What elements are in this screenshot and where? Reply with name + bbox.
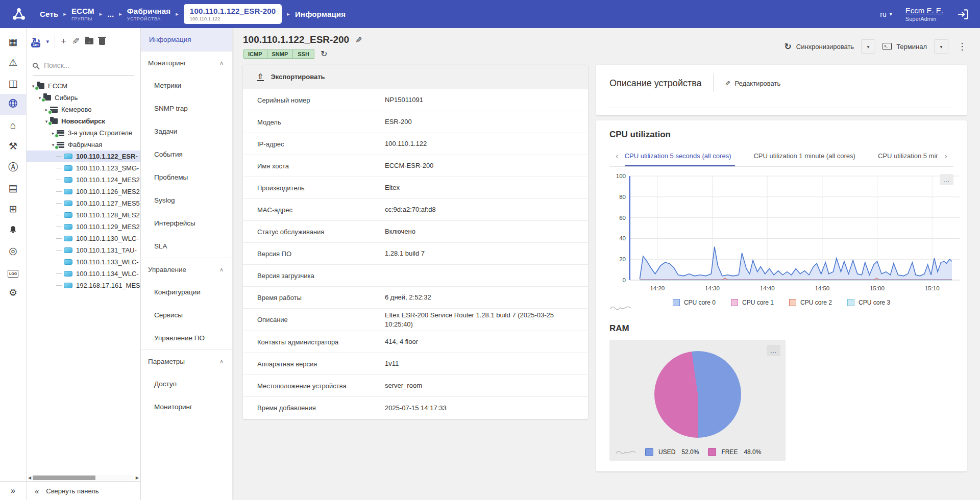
rail-item-map[interactable]: ◫ — [0, 73, 26, 94]
delete-button[interactable] — [99, 38, 105, 45]
menu-item-мониторинг[interactable]: Мониторинг — [141, 395, 232, 418]
menu-item-доступ[interactable]: Доступ — [141, 372, 232, 395]
edit-group-button[interactable]: ✎ — [72, 37, 80, 46]
breadcrumb-item-сеть[interactable]: Сеть — [40, 10, 58, 18]
tree-device-100-110-1-122-esr[interactable]: 100.110.1.122_ESR- — [27, 151, 140, 162]
breadcrumb-separator-icon: ▸ — [287, 11, 290, 17]
user-menu[interactable]: Eccm E. E. SuperAdmin — [905, 6, 943, 22]
more-options-icon[interactable]: ⋮ — [958, 41, 967, 52]
tree-group-ессм[interactable]: ▾ЕССМ — [27, 80, 140, 92]
device-icon — [64, 259, 72, 265]
export-button[interactable]: ⇧ Экспортировать — [243, 65, 588, 89]
legend-item-cpu-core-0[interactable]: CPU core 0 — [673, 299, 716, 306]
tree-device-100-110-1-127-mes5[interactable]: 100.110.1.127_MES5 — [27, 197, 140, 209]
info-value: 2025-07-15 14:17:33 — [385, 404, 447, 413]
tab-cpu-2[interactable]: CPU utilization 5 minutes (all cores) — [878, 146, 938, 166]
menu-item-задачи[interactable]: Задачи — [141, 120, 232, 143]
rail-item-power[interactable]: ◎ — [0, 240, 26, 261]
sync-button[interactable]: ↻ Синхронизировать — [782, 41, 856, 52]
rail-item-alarms[interactable]: ⚠ — [0, 52, 26, 73]
refresh-interval-dropdown[interactable]: ▾ — [46, 38, 50, 45]
terminal-button[interactable]: >_ Терминал — [880, 43, 929, 51]
chart-type-toggle-icon[interactable] — [609, 303, 632, 313]
tree-group-кемерово[interactable]: ▸Кемерово — [27, 104, 140, 115]
legend-label-used: USED — [658, 448, 675, 456]
menu-item-конфигурации[interactable]: Конфигурации — [141, 281, 232, 304]
tree-group-фабричная[interactable]: ▾Фабричная — [27, 139, 140, 151]
tree-device-100-110-1-124-mes2[interactable]: 100.110.1.124_MES2 — [27, 174, 140, 186]
scrollbar-thumb[interactable] — [33, 476, 95, 480]
tree-device-100-110-1-131-tau[interactable]: 100.110.1.131_TAU- — [27, 244, 140, 256]
legend-item-cpu-core-3[interactable]: CPU core 3 — [847, 299, 890, 306]
chart-type-toggle-icon[interactable] — [616, 447, 636, 457]
tree-group-сибирь[interactable]: ▾Сибирь — [27, 92, 140, 104]
legend-item-cpu-core-1[interactable]: CPU core 1 — [731, 299, 774, 306]
tab-cpu-1[interactable]: CPU utilization 1 minute (all cores) — [753, 146, 855, 166]
rail-item-network[interactable] — [0, 94, 26, 115]
menu-item-события[interactable]: События — [141, 143, 232, 166]
rail-item-tasks[interactable]: ▤ — [0, 178, 26, 198]
sync-dropdown-button[interactable]: ▾ — [861, 39, 875, 54]
menu-section-параметры[interactable]: Параметры∧ — [141, 349, 232, 372]
add-group-button[interactable]: + — [61, 37, 66, 46]
tree-device-100-110-1-133-wlc[interactable]: 100.110.1.133_WLC- — [27, 256, 140, 268]
move-to-group-button[interactable] — [85, 38, 93, 44]
menu-item-информация[interactable]: Информация — [141, 28, 232, 51]
tree-device-100-110-1-126-mes2[interactable]: 100.110.1.126_MES2 — [27, 186, 140, 197]
rail-item-tools[interactable]: ⚒ — [0, 136, 26, 157]
refresh-status-icon[interactable]: ↻ — [321, 49, 327, 59]
menu-section-управление[interactable]: Управление∧ — [141, 258, 232, 281]
tree-device-100-110-1-123-smg[interactable]: 100.110.1.123_SMG- — [27, 162, 140, 174]
breadcrumb-item-информация[interactable]: Информация — [295, 10, 346, 18]
rail-item-settings[interactable]: ⚙ — [0, 282, 26, 303]
collapse-panel-button[interactable]: « Свернуть панель — [27, 481, 140, 500]
tree-horizontal-scrollbar[interactable]: ◀ ▶ — [27, 474, 140, 481]
rail-item-logs[interactable]: LOG — [0, 261, 26, 282]
breadcrumb-item-ессм[interactable]: ЕССМГРУППЫ — [71, 7, 94, 21]
logout-icon[interactable] — [957, 8, 970, 21]
edit-title-icon[interactable]: ✎ — [355, 35, 362, 45]
tabs-scroll-left-icon[interactable]: ‹ — [609, 151, 625, 161]
menu-item-интерфейсы[interactable]: Интерфейсы — [141, 212, 232, 235]
tree-connector — [56, 203, 62, 204]
edit-description-label: Редактировать — [734, 80, 780, 87]
tree-group-3-я-улица-строителе[interactable]: ▸3-я улица Строителе — [27, 127, 140, 139]
tree-device-100-110-1-128-mes2[interactable]: 100.110.1.128_MES2 — [27, 209, 140, 221]
menu-item-syslog[interactable]: Syslog — [141, 189, 232, 212]
tree-group-новосибирск[interactable]: ▾Новосибирск — [27, 115, 140, 127]
scroll-right-icon[interactable]: ▶ — [136, 476, 139, 480]
tree-node-label: 100.110.1.124_MES2 — [76, 176, 140, 184]
scroll-left-icon[interactable]: ◀ — [28, 476, 31, 480]
app-logo-icon[interactable] — [10, 6, 28, 23]
tree-device-100-110-1-130-wlc[interactable]: 100.110.1.130_WLC- — [27, 233, 140, 244]
rail-item-calendar[interactable]: ⊞ — [0, 198, 26, 219]
search-input[interactable] — [44, 61, 120, 69]
menu-item-метрики[interactable]: Метрики — [141, 74, 232, 97]
rail-item-dashboard[interactable]: ▦ — [0, 31, 26, 52]
ram-chart-menu-icon[interactable]: … — [767, 345, 780, 356]
legend-item-cpu-core-2[interactable]: CPU core 2 — [789, 299, 832, 306]
expand-panel-button[interactable]: » — [0, 481, 26, 500]
menu-item-проблемы[interactable]: Проблемы — [141, 166, 232, 189]
language-select[interactable]: ru ▾ — [880, 10, 892, 18]
tree-device-100-110-1-134-wlc[interactable]: 100.110.1.134_WLC- — [27, 268, 140, 280]
cpu-chart-menu-icon[interactable]: … — [940, 174, 953, 185]
breadcrumb-item-[interactable]: ... — [107, 10, 114, 18]
menu-section-мониторинг[interactable]: Мониторинг∧ — [141, 51, 232, 74]
auto-refresh-icon[interactable]: ↻1m — [32, 36, 41, 47]
tab-cpu-0[interactable]: CPU utilization 5 seconds (all cores) — [625, 146, 731, 166]
terminal-dropdown-button[interactable]: ▾ — [934, 39, 948, 54]
rail-item-devices[interactable]: ⌂ — [0, 115, 26, 136]
tree-device-192-168-17-161-mes[interactable]: 192.168.17.161_MES — [27, 280, 140, 291]
rail-item-notifications[interactable] — [0, 219, 26, 240]
menu-item-сервисы[interactable]: Сервисы — [141, 304, 232, 327]
tree-device-100-110-1-129-mes2[interactable]: 100.110.1.129_MES2 — [27, 221, 140, 233]
edit-description-button[interactable]: ✎ Редактировать — [725, 80, 781, 87]
menu-item-sla[interactable]: SLA — [141, 235, 232, 258]
menu-item-snmp-trap[interactable]: SNMP trap — [141, 97, 232, 120]
rail-item-automation[interactable]: Ⓐ — [0, 157, 26, 178]
breadcrumb-item-фабричная[interactable]: ФабричнаяУСТРОЙСТВА — [127, 7, 170, 21]
tabs-scroll-right-icon[interactable]: › — [938, 151, 953, 161]
breadcrumb-item-100-110-1-122-esr-200[interactable]: 100.110.1.122_ESR-200100.110.1.122 — [184, 4, 282, 24]
menu-item-управление-по[interactable]: Управление ПО — [141, 327, 232, 349]
